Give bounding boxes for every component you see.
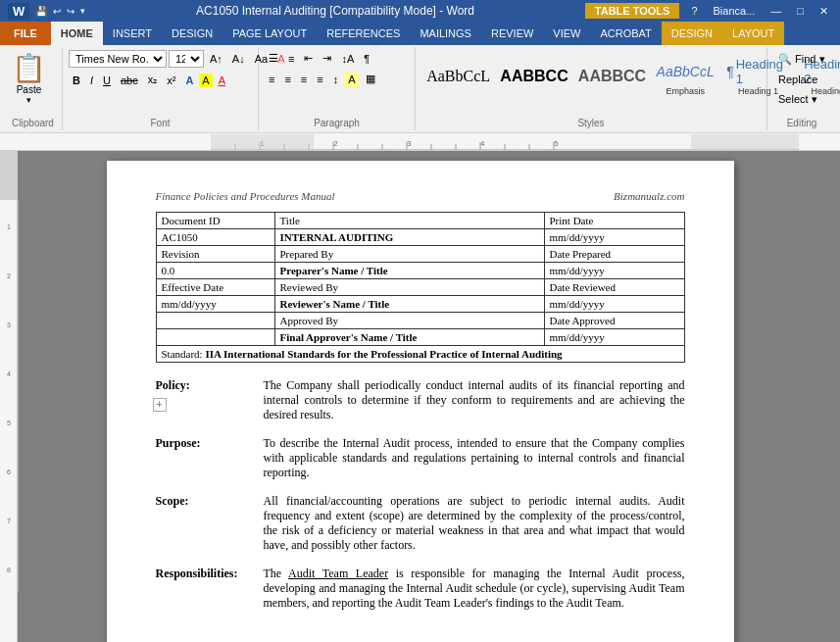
table-cell: Approved By xyxy=(274,313,544,329)
qa-undo[interactable]: ↩ xyxy=(53,6,61,17)
align-right-btn[interactable]: ≡ xyxy=(297,72,311,87)
title-bar-right: TABLE TOOLS ? Bianca... — □ ✕ xyxy=(585,3,832,19)
tab-design[interactable]: DESIGN xyxy=(162,22,222,45)
purpose-label: Purpose: xyxy=(156,436,254,480)
responsibilities-section: Responsibilities: The Audit Team Leader … xyxy=(156,567,685,611)
align-center-btn[interactable]: ≡ xyxy=(280,72,294,87)
tab-file[interactable]: FILE xyxy=(0,22,51,45)
decrease-font-btn[interactable]: A↓ xyxy=(228,51,249,67)
table-cell: Effective Date xyxy=(156,279,274,296)
purpose-section: Purpose: To describe the Internal Audit … xyxy=(156,436,685,480)
help-btn[interactable]: ? xyxy=(687,5,701,17)
tab-acrobat[interactable]: ACROBAT xyxy=(590,22,661,45)
scope-text: All financial/accounting operations are … xyxy=(264,494,685,553)
word-logo: W xyxy=(8,3,29,20)
tab-insert[interactable]: INSERT xyxy=(103,22,162,45)
table-cell: Date Approved xyxy=(544,313,684,329)
table-cell: Date Prepared xyxy=(544,246,684,263)
highlight-btn[interactable]: A xyxy=(199,74,212,87)
table-cell: mm/dd/yyyy xyxy=(544,263,684,279)
show-hide-btn[interactable]: ¶ xyxy=(360,51,373,67)
table-row: Document ID Title Print Date xyxy=(156,213,684,229)
bold-btn[interactable]: B xyxy=(69,73,84,88)
superscript-btn[interactable]: x² xyxy=(163,73,179,88)
strikethrough-btn[interactable]: abc xyxy=(117,73,142,88)
style-emphasis[interactable]: AaBbCcL Emphasis xyxy=(653,54,717,99)
maximize-btn[interactable]: □ xyxy=(793,5,808,17)
scope-section: Scope: All financial/accounting operatio… xyxy=(156,494,685,553)
tab-table-design[interactable]: DESIGN xyxy=(662,22,722,45)
subscript-btn[interactable]: x₂ xyxy=(144,72,162,88)
tab-home[interactable]: HOME xyxy=(51,22,103,45)
font-row-2: B I U abc x₂ x² A A A xyxy=(69,72,229,88)
paste-button[interactable]: 📋 Paste ▾ xyxy=(10,50,48,107)
svg-text:4: 4 xyxy=(480,139,485,148)
svg-text:2: 2 xyxy=(7,272,11,279)
table-row: Final Approver's Name / Title mm/dd/yyyy xyxy=(156,329,684,346)
bullets-btn[interactable]: ☰ xyxy=(265,50,282,67)
tab-mailings[interactable]: MAILINGS xyxy=(410,22,481,45)
styles-label: Styles xyxy=(420,116,763,130)
document-header: Finance Policies and Procedures Manual B… xyxy=(156,190,685,202)
tab-references[interactable]: REFERENCES xyxy=(317,22,410,45)
text-effect-btn[interactable]: A xyxy=(181,73,197,88)
svg-rect-21 xyxy=(691,134,799,150)
italic-btn[interactable]: I xyxy=(86,73,97,88)
ribbon: 📋 Paste ▾ Clipboard Times New Ro... 12 A… xyxy=(0,45,840,133)
table-cell: Preparer's Name / Title xyxy=(274,263,544,279)
paste-label: Paste xyxy=(17,84,42,95)
font-size-select[interactable]: 12 xyxy=(169,50,204,68)
table-add-row-btn[interactable]: + xyxy=(153,398,167,412)
tab-table-layout[interactable]: LAYOUT xyxy=(722,22,784,45)
font-color-btn[interactable]: A xyxy=(215,73,229,88)
tab-page-layout[interactable]: PAGE LAYOUT xyxy=(222,22,317,45)
sort-btn[interactable]: ↕A xyxy=(337,51,358,67)
document-area: 1 2 3 4 5 6 7 8 + Finance Policies and P… xyxy=(0,151,840,642)
policy-section: Policy: The Company shall periodically c… xyxy=(156,378,685,422)
style-emphasis-preview: AaBbCcL xyxy=(657,57,715,86)
indent-btn[interactable]: ⇥ xyxy=(319,50,335,67)
responsibilities-label: Responsibilities: xyxy=(156,567,254,611)
increase-font-btn[interactable]: A↑ xyxy=(206,51,226,67)
replace-btn[interactable]: Replace xyxy=(773,71,830,88)
style-normal[interactable]: AaBbCcL xyxy=(423,59,493,94)
ribbon-editing: 🔍 Find ▾ Replace Select ▾ Editing xyxy=(767,47,836,130)
minimize-btn[interactable]: — xyxy=(766,5,785,17)
para-row-1: ☰ ≡ ⇤ ⇥ ↕A ¶ xyxy=(265,50,373,67)
outdent-btn[interactable]: ⇤ xyxy=(300,50,317,67)
table-cell: Final Approver's Name / Title xyxy=(274,329,544,346)
qa-save[interactable]: 💾 xyxy=(35,6,47,17)
table-cell: Print Date xyxy=(544,213,684,229)
tab-view[interactable]: VIEW xyxy=(543,22,590,45)
user-name[interactable]: Bianca... xyxy=(710,5,760,17)
svg-text:5: 5 xyxy=(554,139,559,148)
tab-review[interactable]: REVIEW xyxy=(481,22,543,45)
find-btn[interactable]: 🔍 Find ▾ xyxy=(773,50,830,69)
style-heading[interactable]: AABBCC xyxy=(575,59,649,94)
numbering-btn[interactable]: ≡ xyxy=(284,51,298,67)
editing-label: Editing xyxy=(771,116,832,130)
justify-btn[interactable]: ≡ xyxy=(313,72,326,87)
ribbon-tabs: FILE HOME INSERT DESIGN PAGE LAYOUT REFE… xyxy=(0,22,840,45)
table-row: Effective Date Reviewed By Date Reviewed xyxy=(156,279,684,296)
vertical-ruler: 1 2 3 4 5 6 7 8 xyxy=(0,151,18,642)
table-row: mm/dd/yyyy Reviewer's Name / Title mm/dd… xyxy=(156,296,684,313)
title-bar: W 💾 ↩ ↪ ▾ AC1050 Internal Auditing [Comp… xyxy=(0,0,840,22)
policy-label: Policy: xyxy=(156,378,254,422)
qa-redo[interactable]: ↪ xyxy=(67,6,74,17)
shading-btn[interactable]: A xyxy=(344,72,359,87)
style-no-spacing[interactable]: AABBCC xyxy=(497,59,570,94)
underline-btn[interactable]: U xyxy=(99,73,115,88)
select-btn[interactable]: Select ▾ xyxy=(773,90,830,109)
ruler-inner: 1 2 3 4 5 xyxy=(211,134,799,150)
header-right: Bizmanualz.com xyxy=(614,190,684,202)
align-left-btn[interactable]: ≡ xyxy=(265,72,278,87)
close-btn[interactable]: ✕ xyxy=(815,5,832,18)
svg-rect-20 xyxy=(211,134,314,150)
header-left: Finance Policies and Procedures Manual xyxy=(156,190,335,202)
font-name-select[interactable]: Times New Ro... xyxy=(69,50,167,68)
table-cell: mm/dd/yyyy xyxy=(156,296,274,313)
borders-btn[interactable]: ▦ xyxy=(362,71,379,87)
line-spacing-btn[interactable]: ↕ xyxy=(329,72,343,87)
style-emphasis-label: Emphasis xyxy=(666,86,705,96)
